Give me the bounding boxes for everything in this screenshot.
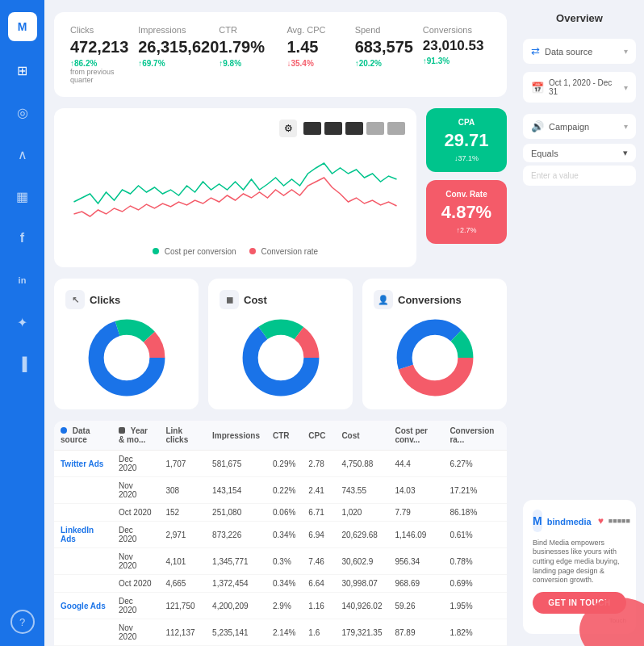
stat-cpc-value: 1.45 bbox=[286, 38, 354, 57]
cell-conv: 0.61% bbox=[443, 522, 507, 548]
datasource-filter[interactable]: ⇄ Data source ▾ bbox=[523, 39, 636, 64]
th-datasource-dot bbox=[61, 427, 67, 434]
th-ctr: CTR bbox=[266, 421, 302, 451]
cell-cost: 743.55 bbox=[335, 477, 388, 504]
chart-btn-1[interactable] bbox=[303, 122, 321, 135]
cell-month: Oct 2020 bbox=[112, 504, 159, 522]
chart-btn-3[interactable] bbox=[345, 122, 363, 135]
chart-btn-2[interactable] bbox=[324, 122, 342, 135]
sidebar-item-twitter[interactable]: ✦ bbox=[10, 309, 36, 335]
sidebar-item-analytics[interactable]: ◎ bbox=[10, 99, 36, 125]
help-button[interactable]: ? bbox=[10, 610, 35, 634]
datasource-arrow-icon: ▾ bbox=[624, 47, 628, 56]
sidebar-item-barchart[interactable]: ▐ bbox=[10, 351, 36, 377]
stat-ctr-label: CTR bbox=[219, 25, 286, 35]
donut-conversions-svg bbox=[395, 317, 475, 398]
sidebar-item-linkedin[interactable]: in bbox=[10, 267, 36, 293]
th-impressions: Impressions bbox=[206, 421, 266, 451]
cell-cpc2: 956.34 bbox=[388, 548, 443, 575]
th-datasource: Data source bbox=[54, 421, 112, 451]
stat-clicks-value: 472,213 bbox=[70, 38, 138, 57]
cell-impressions: 5,235,141 bbox=[206, 619, 266, 646]
stat-impressions: Impressions 26,315,620 ↑69.7% bbox=[138, 25, 219, 68]
sidebar-logo[interactable]: M bbox=[8, 12, 37, 41]
chart-legend: Cost per conversion Conversion rate bbox=[65, 247, 405, 256]
th-yearmonth-dot bbox=[119, 427, 125, 434]
cell-clicks: 121,750 bbox=[159, 593, 206, 619]
cell-month: Dec 2020 bbox=[112, 593, 159, 619]
table-row: Twitter AdsDec 20201,707581,6750.29%2.78… bbox=[54, 451, 507, 477]
svg-point-2 bbox=[96, 327, 157, 388]
stat-clicks-label: Clicks bbox=[70, 25, 138, 35]
cell-cpc2: 14.03 bbox=[388, 477, 443, 504]
clicks-icon: ↖ bbox=[65, 290, 85, 309]
partner-badge: ■■■■■ bbox=[608, 517, 630, 525]
table-row: Oct 20204,6651,372,4540.34%6.6430,998.07… bbox=[54, 575, 507, 593]
stat-spend-label: Spend bbox=[355, 25, 423, 35]
cell-cpc: 6.64 bbox=[302, 575, 335, 593]
cell-clicks: 4,665 bbox=[159, 575, 206, 593]
table-row: LinkedIn AdsDec 20202,971873,2260.34%6.9… bbox=[54, 522, 507, 548]
cell-month: Nov 2020 bbox=[112, 548, 159, 575]
metric-cards: CPA 29.71 ↓37.1% Conv. Rate 4.87% ↑2.7% bbox=[426, 108, 507, 267]
cell-impressions: 251,080 bbox=[206, 504, 266, 522]
cell-ctr: 0.06% bbox=[266, 504, 302, 522]
sidebar-item-grid[interactable]: ▦ bbox=[10, 183, 36, 209]
chart-btn-5[interactable] bbox=[387, 122, 405, 135]
cell-impressions: 1,345,771 bbox=[206, 548, 266, 575]
cell-conv: 1.95% bbox=[443, 593, 507, 619]
data-table-section: Data source Year & mo... Link clicks Imp… bbox=[54, 421, 507, 646]
cell-cost: 30,998.07 bbox=[335, 575, 388, 593]
date-filter[interactable]: 📅 Oct 1, 2020 - Dec 31 ▾ bbox=[523, 72, 636, 103]
cell-impressions: 1,372,454 bbox=[206, 575, 266, 593]
cell-cpc2: 44.4 bbox=[388, 451, 443, 477]
svg-point-8 bbox=[404, 327, 466, 388]
stat-spend-value: 683,575 bbox=[355, 38, 423, 57]
th-yearmonth: Year & mo... bbox=[112, 421, 159, 451]
legend-cpc-dot bbox=[153, 248, 159, 254]
line-chart-card: ⚙ Cost per conversion bbox=[54, 108, 416, 267]
equals-section: Equals ▾ Enter a value bbox=[523, 144, 636, 186]
cpa-card: CPA 29.71 ↓37.1% bbox=[426, 108, 507, 172]
stat-spend: Spend 683,575 ↑20.2% bbox=[355, 25, 423, 68]
cell-clicks: 2,971 bbox=[159, 522, 206, 548]
cell-source: Google Ads bbox=[54, 593, 112, 619]
overview-title: Overview bbox=[523, 12, 636, 24]
cell-cpc2: 968.69 bbox=[388, 575, 443, 593]
table-row: Nov 2020308143,1540.22%2.41743.5514.0317… bbox=[54, 477, 507, 504]
cell-clicks: 112,137 bbox=[159, 619, 206, 646]
conv-rate-change: ↑2.7% bbox=[436, 226, 497, 234]
cell-impressions: 4,200,209 bbox=[206, 593, 266, 619]
date-arrow-icon: ▾ bbox=[624, 83, 628, 92]
campaign-label: Campaign bbox=[549, 122, 589, 132]
data-table: Data source Year & mo... Link clicks Imp… bbox=[54, 421, 507, 646]
stat-ctr: CTR 1.79% ↑9.8% bbox=[219, 25, 286, 68]
cell-conv: 6.27% bbox=[443, 451, 507, 477]
stat-clicks: Clicks 472,213 ↑86.2% from previous quar… bbox=[70, 25, 138, 84]
cell-source bbox=[54, 575, 112, 593]
cell-cost: 20,629.68 bbox=[335, 522, 388, 548]
equals-select[interactable]: Equals ▾ bbox=[523, 144, 636, 162]
chart-btn-4[interactable] bbox=[366, 122, 384, 135]
cell-cost: 4,750.88 bbox=[335, 451, 388, 477]
value-input[interactable]: Enter a value bbox=[523, 166, 636, 186]
stat-ctr-change: ↑9.8% bbox=[219, 59, 286, 68]
datasource-label: Data source bbox=[545, 47, 592, 57]
sidebar-item-facebook[interactable]: f bbox=[10, 225, 36, 251]
stat-spend-change: ↑20.2% bbox=[355, 59, 423, 68]
sidebar-item-dashboard[interactable]: ⊞ bbox=[10, 57, 36, 83]
cell-ctr: 0.34% bbox=[266, 575, 302, 593]
cell-cpc: 7.46 bbox=[302, 548, 335, 575]
cell-impressions: 143,154 bbox=[206, 477, 266, 504]
table-row: Google AdsDec 2020121,7504,200,2092.9%1.… bbox=[54, 593, 507, 619]
chart-settings-button[interactable]: ⚙ bbox=[279, 120, 297, 137]
sidebar-item-anchor[interactable]: ∧ bbox=[10, 141, 36, 167]
campaign-filter[interactable]: 🔊 Campaign ▾ bbox=[523, 114, 636, 139]
conversions-icon: 👤 bbox=[374, 290, 393, 309]
cell-cost: 30,602.9 bbox=[335, 548, 388, 575]
table-header-row: Data source Year & mo... Link clicks Imp… bbox=[54, 421, 507, 451]
cell-clicks: 1,707 bbox=[159, 451, 206, 477]
cell-ctr: 0.34% bbox=[266, 522, 302, 548]
right-panel: Overview ⇄ Data source ▾ 📅 Oct 1, 2020 -… bbox=[515, 0, 644, 646]
datasource-icon: ⇄ bbox=[531, 45, 540, 57]
